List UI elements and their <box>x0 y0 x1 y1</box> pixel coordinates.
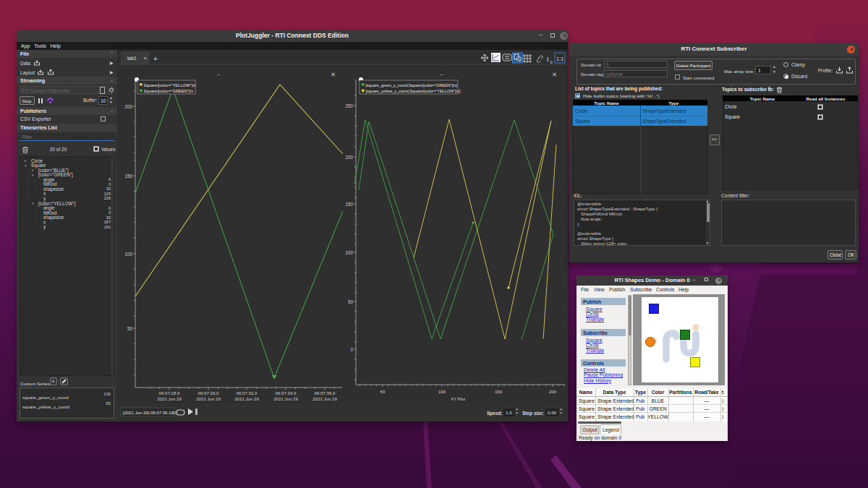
svg-text:1.0: 1.0 <box>506 410 512 415</box>
svg-text:y: y <box>43 224 46 230</box>
svg-text:0: 0 <box>109 177 111 181</box>
svg-text:–: – <box>440 71 443 77</box>
svg-text:Square/[color="YELLOW"]/x: Square/[color="YELLOW"]/x <box>144 83 196 87</box>
svg-text:150: 150 <box>495 389 503 394</box>
svg-text:100: 100 <box>438 389 446 394</box>
svg-text:06:07:36.0: 06:07:36.0 <box>315 390 336 395</box>
svg-text:2021 Jun 29: 2021 Jun 29 <box>234 396 259 401</box>
svg-text:tab1: tab1 <box>127 56 137 61</box>
svg-text:50: 50 <box>348 299 354 304</box>
svg-text:▾: ▾ <box>32 201 34 205</box>
svg-text:50: 50 <box>380 389 386 394</box>
svg-text:Speed:: Speed: <box>487 411 503 416</box>
svg-text:06:07:32.0: 06:07:32.0 <box>237 390 258 395</box>
svg-text:0: 0 <box>350 347 353 352</box>
svg-text:226: 226 <box>104 196 111 200</box>
svg-text:[square_yellow_y_coord;Square/: [square_yellow_y_coord;Square/[color="YE… <box>366 89 461 93</box>
svg-text:06:07:30.0: 06:07:30.0 <box>198 390 219 395</box>
svg-text:+: + <box>153 55 158 63</box>
svg-text:shapesize: shapesize <box>43 215 64 221</box>
svg-text:50: 50 <box>127 326 133 331</box>
svg-text:0: 0 <box>109 210 111 215</box>
svg-text:▸: ▸ <box>32 168 34 172</box>
svg-text:1:1: 1:1 <box>556 56 563 62</box>
svg-text:XY Plot: XY Plot <box>451 396 466 401</box>
svg-text:–: – <box>217 71 221 77</box>
svg-text:Square/[color="GREEN"]/x: Square/[color="GREEN"]/x <box>144 89 194 93</box>
svg-text:0.00: 0.00 <box>548 410 557 415</box>
svg-text:150: 150 <box>124 174 132 179</box>
svg-text:06:07:34.0: 06:07:34.0 <box>276 390 297 395</box>
svg-text:100: 100 <box>345 250 353 255</box>
svg-text:2021 Jun 29: 2021 Jun 29 <box>273 396 298 401</box>
svg-text:06:07:28.0: 06:07:28.0 <box>159 390 180 395</box>
svg-text:[2021 Jun 29] 06:07:36.180: [2021 Jun 29] 06:07:36.180 <box>123 411 176 415</box>
svg-text:2021 Jun 29: 2021 Jun 29 <box>157 396 182 401</box>
svg-text:250: 250 <box>345 103 353 108</box>
svg-text:✕: ✕ <box>143 56 148 61</box>
svg-text:✕: ✕ <box>552 71 557 78</box>
svg-text:167: 167 <box>104 220 111 224</box>
svg-text:30: 30 <box>106 187 111 191</box>
svg-text:30: 30 <box>106 215 111 220</box>
svg-text:150: 150 <box>345 202 353 207</box>
svg-text:[square_green_y_coord;Square/[: [square_green_y_coord;Square/[color="GRE… <box>366 83 458 87</box>
svg-text:Step size:: Step size: <box>522 411 544 416</box>
svg-text:191: 191 <box>104 225 111 229</box>
svg-text:100: 100 <box>124 252 132 257</box>
svg-text:✕: ✕ <box>331 71 336 78</box>
svg-text:▾: ▾ <box>25 163 27 168</box>
svg-text:0: 0 <box>109 182 111 187</box>
svg-text:▸: ▸ <box>25 158 27 163</box>
svg-text:2021 Jun 29: 2021 Jun 29 <box>196 396 221 401</box>
svg-text:shapesize: shapesize <box>43 187 64 192</box>
svg-text:200: 200 <box>549 389 557 394</box>
svg-text:200: 200 <box>345 155 353 160</box>
svg-text:2021 Jun 29: 2021 Jun 29 <box>312 396 337 401</box>
svg-text:▾: ▾ <box>32 173 34 177</box>
svg-text:200: 200 <box>124 104 132 109</box>
svg-text:129: 129 <box>104 192 111 196</box>
svg-text:0: 0 <box>109 206 111 210</box>
